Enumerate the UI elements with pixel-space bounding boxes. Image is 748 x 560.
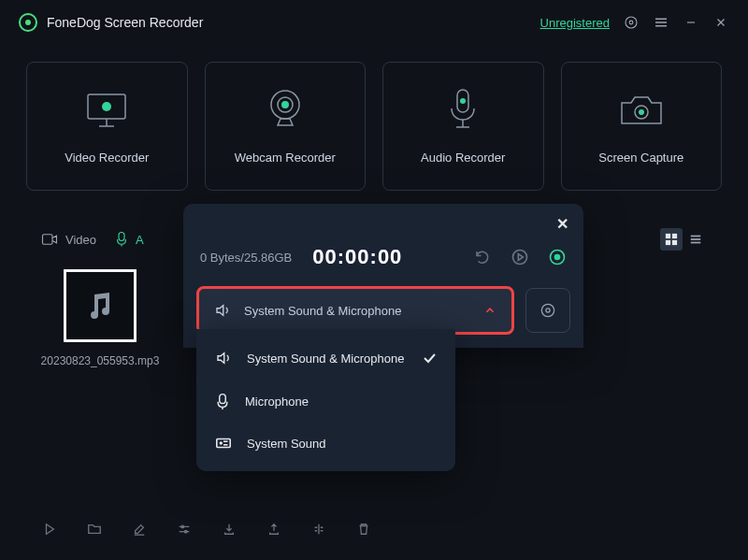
edit-icon[interactable] bbox=[131, 521, 148, 538]
undo-icon[interactable] bbox=[473, 248, 492, 266]
svg-point-20 bbox=[639, 109, 644, 115]
chevron-up-icon bbox=[483, 304, 496, 317]
svg-rect-27 bbox=[672, 240, 677, 245]
unregistered-link[interactable]: Unregistered bbox=[540, 16, 610, 30]
mode-audio-recorder[interactable]: Audio Recorder bbox=[382, 62, 544, 191]
app-logo-icon bbox=[19, 13, 37, 32]
mic-icon bbox=[215, 393, 230, 409]
svg-rect-42 bbox=[217, 439, 230, 448]
list-view-button[interactable] bbox=[684, 228, 707, 251]
option-label: Microphone bbox=[245, 395, 309, 409]
file-name: 20230823_055953.mp3 bbox=[41, 353, 160, 369]
tab-label: Video bbox=[65, 233, 96, 247]
titlebar-actions: Unregistered bbox=[540, 14, 729, 31]
svg-point-9 bbox=[102, 102, 111, 111]
option-label: System Sound bbox=[247, 437, 326, 451]
option-label: System Sound & Microphone bbox=[247, 352, 404, 366]
svg-rect-24 bbox=[666, 234, 670, 238]
mode-video-recorder[interactable]: Video Recorder bbox=[26, 62, 188, 191]
speaker-icon bbox=[215, 350, 232, 366]
settings-gear-icon[interactable] bbox=[623, 14, 640, 31]
option-microphone[interactable]: Microphone bbox=[196, 380, 455, 423]
app-name: FoneDog Screen Recorder bbox=[47, 15, 203, 30]
mode-label: Audio Recorder bbox=[421, 151, 505, 165]
mode-grid: Video Recorder Webcam Recorder Audio Rec… bbox=[0, 45, 748, 208]
svg-point-16 bbox=[460, 98, 466, 104]
mode-screen-capture[interactable]: Screen Capture bbox=[561, 62, 723, 191]
tab-audio[interactable]: A bbox=[115, 231, 144, 248]
file-thumb-music-icon bbox=[64, 269, 137, 342]
menu-icon[interactable] bbox=[653, 14, 669, 31]
import-icon[interactable] bbox=[221, 521, 237, 538]
monitor-rec-icon bbox=[82, 89, 131, 132]
sliders-icon[interactable] bbox=[176, 521, 193, 538]
svg-point-37 bbox=[513, 251, 527, 265]
svg-point-39 bbox=[555, 255, 560, 260]
svg-point-43 bbox=[220, 442, 222, 444]
titlebar: FoneDog Screen Recorder Unregistered bbox=[0, 0, 748, 45]
brand: FoneDog Screen Recorder bbox=[19, 13, 203, 32]
tab-label: A bbox=[136, 233, 144, 247]
mode-label: Screen Capture bbox=[598, 151, 683, 165]
audio-source-row: System Sound & Microphone System Sound &… bbox=[183, 286, 583, 348]
play-circle-icon[interactable] bbox=[511, 248, 529, 266]
minimize-icon[interactable] bbox=[683, 14, 699, 31]
convert-icon[interactable] bbox=[310, 521, 327, 538]
svg-point-1 bbox=[629, 21, 633, 24]
mode-label: Webcam Recorder bbox=[235, 151, 336, 165]
camera-icon bbox=[618, 89, 665, 132]
storage-text: 0 Bytes/25.86GB bbox=[200, 251, 292, 265]
svg-rect-26 bbox=[666, 240, 670, 245]
record-dot-icon[interactable] bbox=[548, 248, 567, 266]
audio-settings-button[interactable] bbox=[525, 288, 570, 333]
popup-close-icon[interactable]: ✕ bbox=[556, 215, 568, 233]
option-system-and-mic[interactable]: System Sound & Microphone bbox=[196, 337, 455, 380]
export-icon[interactable] bbox=[266, 521, 282, 538]
trash-icon[interactable] bbox=[355, 521, 372, 538]
file-item[interactable]: 20230823_055953.mp3 bbox=[49, 269, 151, 369]
svg-point-14 bbox=[281, 101, 289, 108]
recorder-controls bbox=[473, 248, 567, 266]
speaker-icon bbox=[214, 302, 231, 319]
svg-rect-40 bbox=[220, 395, 226, 404]
svg-point-47 bbox=[546, 309, 550, 312]
recorder-status-row: 0 Bytes/25.86GB 00:00:00 bbox=[183, 204, 583, 286]
view-toggle bbox=[660, 228, 707, 251]
svg-rect-22 bbox=[119, 233, 124, 241]
check-icon bbox=[422, 351, 437, 366]
webcam-rec-icon bbox=[264, 89, 307, 132]
svg-point-0 bbox=[626, 17, 637, 28]
svg-point-34 bbox=[181, 525, 184, 528]
mode-webcam-recorder[interactable]: Webcam Recorder bbox=[205, 62, 367, 191]
svg-rect-21 bbox=[43, 235, 53, 245]
close-icon[interactable] bbox=[712, 14, 729, 31]
bottom-toolbar bbox=[41, 521, 372, 538]
grid-view-button[interactable] bbox=[660, 228, 683, 251]
tab-video[interactable]: Video bbox=[41, 233, 96, 247]
audio-source-dropdown[interactable]: System Sound & Microphone System Sound &… bbox=[196, 286, 514, 335]
timer: 00:00:00 bbox=[312, 245, 402, 269]
svg-point-35 bbox=[184, 530, 187, 533]
audio-recorder-popup: ✕ 0 Bytes/25.86GB 00:00:00 System Sound … bbox=[183, 204, 583, 348]
folder-icon[interactable] bbox=[86, 521, 103, 538]
system-sound-icon bbox=[215, 436, 232, 451]
mode-label: Video Recorder bbox=[65, 151, 149, 165]
play-icon[interactable] bbox=[41, 521, 58, 538]
dropdown-selected-label: System Sound & Microphone bbox=[244, 304, 401, 318]
svg-point-46 bbox=[541, 304, 554, 316]
option-system-sound[interactable]: System Sound bbox=[196, 423, 455, 464]
svg-rect-25 bbox=[672, 234, 677, 238]
audio-source-list: System Sound & Microphone Microphone Sys… bbox=[196, 329, 455, 471]
mic-rec-icon bbox=[445, 89, 481, 132]
